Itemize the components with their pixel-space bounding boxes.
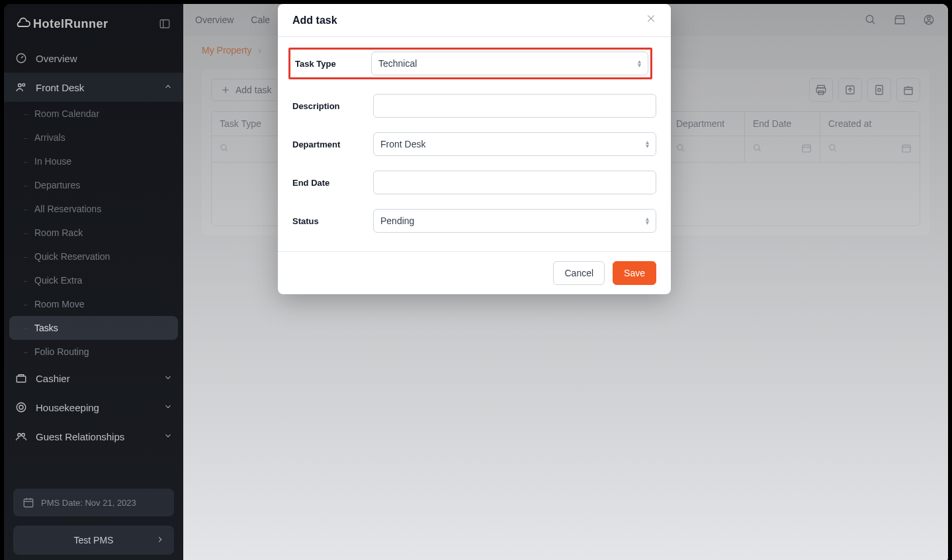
chevron-down-icon — [163, 373, 173, 384]
brand-logo: HotelRunner — [16, 16, 108, 32]
select-arrows-icon: ▴▾ — [646, 140, 649, 148]
add-task-modal: Add task Task Type Technical ▴▾ Descript… — [278, 4, 671, 294]
svg-point-4 — [22, 83, 25, 86]
sidebar-collapse-button[interactable] — [157, 16, 173, 32]
svg-point-8 — [18, 434, 21, 437]
save-button[interactable]: Save — [613, 261, 656, 285]
sub-departures[interactable]: –Departures — [4, 173, 183, 197]
nav-front-desk[interactable]: Front Desk — [4, 73, 183, 102]
search-icon — [676, 143, 685, 153]
export-button-1[interactable] — [838, 78, 862, 102]
chevron-down-icon — [163, 402, 173, 413]
search-icon — [220, 143, 229, 153]
add-task-button[interactable]: Add task — [211, 79, 281, 101]
status-select[interactable]: Pending ▴▾ — [373, 209, 656, 233]
department-select[interactable]: Front Desk ▴▾ — [373, 132, 656, 156]
sub-room-move[interactable]: –Room Move — [4, 292, 183, 316]
svg-point-29 — [677, 145, 683, 150]
chevron-down-icon — [163, 431, 173, 442]
nav-overview[interactable]: Overview — [4, 44, 183, 73]
svg-rect-10 — [24, 499, 33, 507]
export-button-3[interactable] — [896, 78, 920, 102]
sub-in-house[interactable]: –In House — [4, 149, 183, 173]
breadcrumb-my-property[interactable]: My Property — [202, 45, 251, 56]
calendar-icon — [901, 143, 912, 153]
svg-point-17 — [928, 17, 931, 20]
svg-point-14 — [866, 15, 873, 22]
filter-search-created-at[interactable] — [828, 143, 838, 155]
panel-icon — [159, 18, 171, 30]
search-icon — [753, 143, 762, 153]
cashier-icon — [15, 372, 28, 385]
svg-line-32 — [759, 149, 761, 151]
export-button-2[interactable] — [867, 78, 891, 102]
search-icon — [828, 143, 838, 153]
svg-line-15 — [872, 21, 875, 24]
label-department: Department — [292, 140, 373, 149]
filter-search-department[interactable] — [676, 143, 685, 155]
filter-search-end-date[interactable] — [753, 143, 762, 155]
nav-front-desk-label: Front Desk — [36, 82, 84, 93]
svg-rect-21 — [816, 88, 826, 93]
svg-point-31 — [754, 145, 759, 150]
brand-text: HotelRunner — [33, 17, 108, 31]
end-date-input[interactable] — [373, 171, 656, 194]
sub-quick-reservation[interactable]: –Quick Reservation — [4, 245, 183, 268]
profile-button[interactable] — [922, 13, 936, 27]
th-created-at[interactable]: Created at — [820, 112, 920, 136]
cancel-button[interactable]: Cancel — [553, 261, 605, 285]
filter-date-created-at[interactable] — [901, 143, 912, 155]
label-task-type: Task Type — [292, 59, 371, 69]
store-button[interactable] — [892, 13, 907, 27]
document-icon — [873, 84, 885, 96]
nav-overview-label: Overview — [36, 53, 77, 64]
test-pms-button[interactable]: Test PMS — [13, 526, 174, 555]
nav-housekeeping[interactable]: Housekeeping — [4, 393, 183, 422]
chevron-right-icon — [155, 535, 165, 546]
pms-date-display: PMS Date: Nov 21, 2023 — [13, 489, 174, 516]
svg-line-28 — [226, 149, 228, 151]
svg-point-9 — [22, 434, 25, 437]
chevron-right-icon: › — [258, 45, 261, 56]
th-department[interactable]: Department — [668, 112, 745, 136]
svg-line-36 — [834, 149, 836, 151]
filter-date-end-date[interactable] — [801, 143, 812, 155]
sub-folio-routing[interactable]: –Folio Routing — [4, 340, 183, 364]
sub-room-rack[interactable]: –Room Rack — [4, 221, 183, 245]
sub-arrivals[interactable]: –Arrivals — [4, 126, 183, 149]
store-icon — [894, 14, 906, 26]
print-icon — [815, 84, 827, 96]
search-button[interactable] — [863, 13, 878, 27]
sub-quick-extra[interactable]: –Quick Extra — [4, 268, 183, 292]
nav-guest-relationships[interactable]: Guest Relationships — [4, 422, 183, 451]
svg-rect-33 — [802, 145, 810, 152]
label-status: Status — [292, 216, 373, 226]
package-icon — [902, 84, 914, 96]
sub-room-calendar[interactable]: –Room Calendar — [4, 102, 183, 126]
nav-cashier[interactable]: Cashier — [4, 364, 183, 393]
export-icon — [844, 84, 856, 96]
tab-calendar[interactable]: Cale — [251, 15, 270, 25]
sub-tasks[interactable]: –Tasks — [9, 316, 178, 340]
print-button[interactable] — [809, 78, 833, 102]
svg-line-30 — [682, 149, 684, 151]
gauge-icon — [15, 52, 28, 65]
search-icon — [865, 14, 877, 26]
calendar-icon — [22, 497, 34, 508]
tab-overview[interactable]: Overview — [195, 15, 234, 25]
label-end-date: End Date — [292, 178, 373, 188]
modal-title: Add task — [292, 15, 337, 26]
plus-icon — [221, 85, 230, 95]
modal-close-button[interactable] — [646, 13, 656, 27]
description-input[interactable] — [373, 94, 656, 118]
sub-all-reservations[interactable]: –All Reservations — [4, 197, 183, 221]
svg-rect-37 — [902, 145, 910, 152]
housekeeping-icon — [15, 401, 28, 414]
svg-point-7 — [19, 405, 23, 409]
filter-search-task-type[interactable] — [220, 143, 229, 155]
task-type-select[interactable]: Technical ▴▾ — [371, 52, 648, 75]
svg-rect-0 — [160, 20, 169, 28]
th-end-date[interactable]: End Date — [745, 112, 820, 136]
label-description: Description — [292, 101, 373, 111]
calendar-icon — [801, 143, 812, 153]
